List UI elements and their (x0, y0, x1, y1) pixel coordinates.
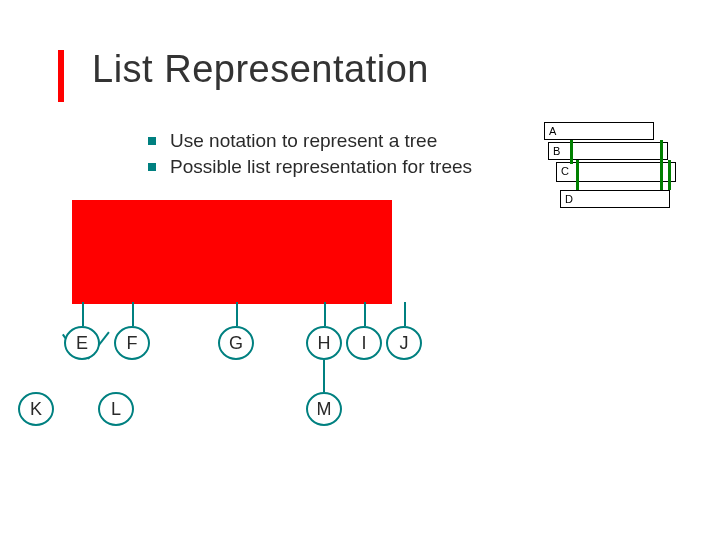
title-accent-bar (58, 50, 64, 102)
tree-edge (323, 360, 325, 392)
bullet-item: Possible list representation for trees (148, 156, 472, 178)
tree-edge (82, 302, 84, 326)
list-box-a: A (544, 122, 654, 140)
tree-edge (132, 302, 134, 326)
tree-node-h: H (306, 326, 342, 360)
square-bullet-icon (148, 163, 156, 171)
list-connector (570, 140, 573, 164)
list-connector (668, 160, 671, 190)
tree-node-k: K (18, 392, 54, 426)
list-box-d: D (560, 190, 670, 208)
occluding-red-block (72, 200, 392, 304)
tree-node-g: G (218, 326, 254, 360)
tree-edge (364, 302, 366, 326)
tree-node-l: L (98, 392, 134, 426)
list-box-c: C (556, 162, 676, 182)
list-connector (660, 140, 663, 190)
bullet-item: Use notation to represent a tree (148, 130, 472, 152)
tree-edge (404, 302, 406, 326)
tree-edge (236, 302, 238, 326)
tree-node-j: J (386, 326, 422, 360)
tree-node-e: E (64, 326, 100, 360)
tree-edge (324, 302, 326, 326)
bullet-text: Use notation to represent a tree (170, 130, 437, 152)
tree-node-i: I (346, 326, 382, 360)
bullet-list: Use notation to represent a tree Possibl… (148, 130, 472, 182)
bullet-text: Possible list representation for trees (170, 156, 472, 178)
slide-title: List Representation (92, 48, 429, 91)
tree-node-f: F (114, 326, 150, 360)
square-bullet-icon (148, 137, 156, 145)
tree-node-m: M (306, 392, 342, 426)
list-connector (576, 160, 579, 190)
list-box-b: B (548, 142, 668, 160)
